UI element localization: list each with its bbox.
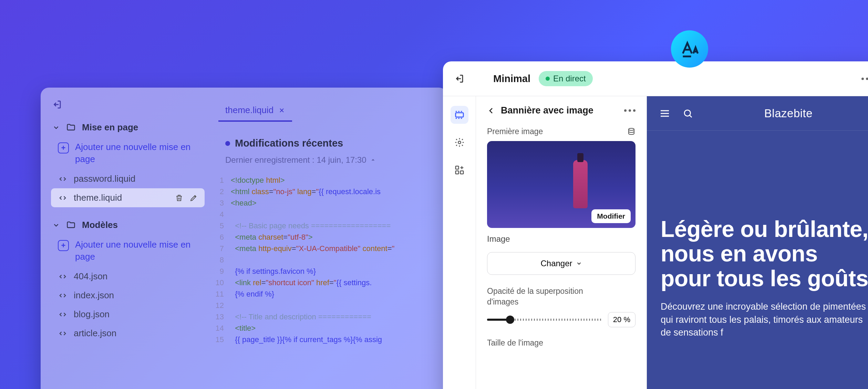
chevron-down-icon	[576, 260, 582, 267]
tree-section-models[interactable]: Modèles	[47, 216, 205, 235]
code-line[interactable]: 8	[211, 254, 440, 266]
settings-rail-button[interactable]	[451, 133, 468, 151]
file-item[interactable]: article.json	[51, 324, 205, 343]
panel-title: Bannière avec image	[501, 105, 593, 116]
tree-section-label: Mise en page	[82, 122, 138, 133]
code-line[interactable]: 13 <!-- Title and description ==========…	[211, 311, 440, 322]
opacity-label: Opacité de la superposition d'images	[487, 286, 597, 307]
first-image-label: Première image	[487, 127, 543, 136]
menu-icon[interactable]	[659, 108, 670, 119]
chevron-left-icon[interactable]	[487, 107, 495, 115]
svg-rect-0	[455, 113, 463, 117]
exit-icon[interactable]	[454, 73, 464, 84]
modify-image-button[interactable]: Modifier	[591, 209, 631, 223]
code-line[interactable]: 1<!doctype html>	[211, 174, 440, 186]
code-line[interactable]: 6 <meta charset="utf-8">	[211, 231, 440, 243]
file-item[interactable]: 404.json	[51, 267, 205, 286]
chevron-down-icon	[52, 221, 60, 229]
file-item[interactable]: blog.json	[51, 305, 205, 324]
svg-rect-2	[455, 166, 458, 169]
code-line[interactable]: 4	[211, 209, 440, 220]
plus-icon: +	[58, 142, 69, 153]
apps-rail-button[interactable]	[451, 161, 468, 179]
code-line[interactable]: 11 {% endif %}	[211, 288, 440, 300]
settings-panel: Bannière avec image Première image Modif…	[476, 96, 647, 389]
live-badge: En direct	[539, 71, 593, 86]
code-editor[interactable]: 1<!doctype html>2<html class="no-js" lan…	[205, 174, 447, 345]
add-model-button[interactable]: + Ajouter une nouvelle mise en page	[51, 235, 205, 267]
slider-thumb[interactable]	[506, 316, 514, 324]
svg-point-1	[458, 141, 461, 144]
product-image	[573, 160, 588, 208]
file-tree-sidebar: Mise en page + Ajouter une nouvelle mise…	[41, 88, 205, 389]
database-icon[interactable]	[627, 128, 636, 136]
code-editor-window: Mise en page + Ajouter une nouvelle mise…	[41, 88, 447, 389]
sections-rail-button[interactable]	[451, 106, 468, 124]
opacity-slider[interactable]	[487, 319, 602, 321]
size-label: Taille de l'image	[487, 338, 543, 348]
pencil-icon[interactable]	[189, 194, 198, 202]
search-icon[interactable]	[683, 108, 693, 119]
code-line[interactable]: 5 <!-- Basic page needs ================…	[211, 220, 440, 231]
trash-icon[interactable]	[175, 194, 183, 202]
code-line[interactable]: 7 <meta http-equiv="X-UA-Compatible" con…	[211, 243, 440, 254]
theme-title: Minimal	[493, 73, 530, 84]
chevron-down-icon	[52, 124, 60, 131]
last-saved-text: Dernier enregistrement : 14 juin, 17:30	[225, 155, 426, 165]
typography-float-icon	[671, 30, 708, 68]
file-item[interactable]: theme.liquid	[51, 188, 205, 207]
storefront-preview: Blazebite Légère ou brûlante, nous en av…	[647, 96, 868, 389]
code-file-icon	[58, 174, 68, 184]
close-icon[interactable]	[278, 107, 285, 114]
svg-point-6	[684, 110, 691, 116]
folder-icon	[66, 123, 76, 132]
gear-icon	[454, 137, 465, 148]
tree-section-label: Modèles	[82, 220, 118, 230]
code-file-icon	[58, 193, 68, 203]
dot-icon	[225, 141, 230, 146]
file-item[interactable]: password.liquid	[51, 169, 205, 188]
settings-rail	[443, 96, 476, 389]
change-image-button[interactable]: Changer	[487, 252, 636, 275]
code-line[interactable]: 14 <title>	[211, 322, 440, 334]
code-file-icon	[58, 291, 68, 300]
code-line[interactable]: 10 <link rel="shortcut icon" href="{{ se…	[211, 277, 440, 288]
code-line[interactable]: 9 {% if settings.favicon %}	[211, 266, 440, 277]
recent-changes-title: Modifications récentes	[225, 138, 426, 149]
editor-main: theme.liquid Modifications récentes Dern…	[205, 88, 447, 389]
file-item[interactable]: index.json	[51, 286, 205, 305]
code-file-icon	[58, 272, 68, 281]
chevron-up-icon[interactable]	[370, 157, 376, 163]
hero-subtext: Découvrez une incroyable sélection de pi…	[661, 300, 868, 339]
code-line[interactable]: 2<html class="no-js" lang="{{ request.lo…	[211, 186, 440, 197]
image-thumbnail[interactable]: Modifier	[487, 141, 636, 228]
svg-rect-3	[460, 171, 463, 174]
exit-icon[interactable]	[52, 99, 62, 110]
store-brand[interactable]: Blazebite	[705, 107, 868, 120]
more-menu-icon[interactable]	[861, 78, 868, 80]
code-line[interactable]: 15 {{ page_title }}{% if current_tags %}…	[211, 334, 440, 345]
folder-icon	[66, 220, 76, 230]
image-caption: Image	[487, 234, 636, 244]
code-file-icon	[58, 310, 68, 319]
plus-icon: +	[58, 240, 69, 251]
editor-tab[interactable]: theme.liquid	[218, 100, 292, 122]
svg-rect-4	[455, 171, 458, 174]
theme-editor-window: Minimal En direct Bannière avec image	[443, 61, 868, 389]
svg-point-5	[629, 128, 634, 130]
panel-more-icon[interactable]	[624, 109, 636, 112]
add-layout-button[interactable]: + Ajouter une nouvelle mise en page	[51, 137, 205, 169]
opacity-value[interactable]: 20 %	[608, 312, 636, 327]
code-line[interactable]: 12	[211, 300, 440, 311]
code-line[interactable]: 3<head>	[211, 197, 440, 209]
hero-headline: Légère ou brûlante, nous en avons pour t…	[661, 217, 868, 291]
code-file-icon	[58, 329, 68, 338]
tree-section-layout[interactable]: Mise en page	[47, 118, 205, 137]
